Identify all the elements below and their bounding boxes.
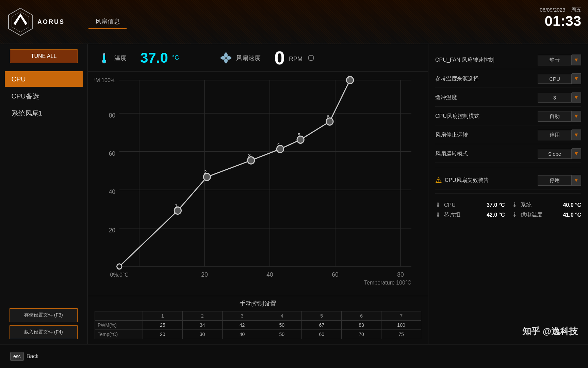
point-2-header: 2 <box>182 311 222 321</box>
point-7-header: 7 <box>381 311 421 321</box>
temp-val-2[interactable]: 30 <box>182 330 222 339</box>
pwm-val-6[interactable]: 83 <box>342 321 381 330</box>
buffer-temp-label: 缓冲温度 <box>435 94 538 101</box>
svg-text:3: 3 <box>248 153 251 158</box>
setting-row-fan-mode: 风扇运转模式 Slope ▼ <box>435 145 581 163</box>
svg-text:4: 4 <box>277 141 280 147</box>
watermark: 知乎 @逸科技 <box>522 325 578 337</box>
cpu-fan-control-label: CPU_FAN 风扇转速控制 <box>435 57 538 64</box>
temp-source-arrow[interactable]: ▼ <box>572 73 581 84</box>
fan-control-mode-arrow[interactable]: ▼ <box>572 111 581 122</box>
cpu-temp-value: 37.0 °C <box>487 202 505 208</box>
load-settings-button[interactable]: 载入设置文件 (F4) <box>10 325 78 339</box>
control-table: 1 2 3 4 5 6 7 PWM(%) 25 34 42 <box>95 311 421 339</box>
sidebar-item-cpu-backup[interactable]: CPU备选 <box>5 88 83 104</box>
pwm-val-1[interactable]: 25 <box>143 321 182 330</box>
fan-stop-value: 停用 <box>538 130 572 140</box>
chipset-temp-reading: 🌡 芯片组 42.0 °C <box>435 211 505 218</box>
temp-val-7[interactable]: 75 <box>381 330 421 339</box>
temp-val-5[interactable]: 60 <box>302 330 342 339</box>
svg-text:2: 2 <box>204 169 207 175</box>
nav-tab-fan-info[interactable]: 风扇信息 <box>88 15 127 29</box>
fan-rpm-unit: RPM <box>289 56 303 63</box>
pwm-val-5[interactable]: 67 <box>302 321 342 330</box>
temp-val-3[interactable]: 40 <box>222 330 262 339</box>
svg-point-36 <box>117 264 122 269</box>
cpu-temp-icon: 🌡 <box>435 201 441 209</box>
pwm-row: PWM(%) 25 34 42 50 67 83 100 <box>95 321 421 330</box>
temp-source-value: CPU <box>538 74 572 84</box>
sidebar-item-sys-fan1[interactable]: 系统风扇1 <box>5 105 83 121</box>
fan-mode-select[interactable]: Slope ▼ <box>538 148 581 159</box>
pwm-val-4[interactable]: 50 <box>262 321 302 330</box>
cpu-fan-control-arrow[interactable]: ▼ <box>572 55 581 65</box>
settings-divider-1 <box>435 167 581 167</box>
warning-select[interactable]: 停用 ▼ <box>538 175 581 186</box>
back-button[interactable]: esc Back <box>10 352 38 361</box>
temp-row: Temp(°C) 20 30 40 50 60 70 75 <box>95 330 421 339</box>
fan-control-mode-select[interactable]: 自动 ▼ <box>538 111 581 122</box>
fan-icon <box>220 52 232 64</box>
sys-temp-label: 系统 <box>521 201 560 209</box>
aorus-logo-icon <box>7 6 34 37</box>
point-1-header: 1 <box>143 311 182 321</box>
temp-source-select[interactable]: CPU ▼ <box>538 73 581 84</box>
temp-value-display: 37.0 °C <box>140 51 179 65</box>
svg-rect-13 <box>95 75 421 292</box>
sys-temp-reading: 🌡 系统 40.0 °C <box>512 201 582 209</box>
fan-control-mode-label: CPU风扇控制模式 <box>435 113 538 120</box>
temp-val-4[interactable]: 50 <box>262 330 302 339</box>
fan-stop-select[interactable]: 停用 ▼ <box>538 129 581 140</box>
point-6-header: 6 <box>342 311 381 321</box>
fan-curve-chart-area[interactable]: PWM 100% 80 60 40 20 0%,0°C 20 40 60 80 … <box>88 72 428 296</box>
thermometer-icon <box>98 52 110 64</box>
bottom-bar: esc Back <box>0 344 588 368</box>
temp-val-6[interactable]: 70 <box>342 330 381 339</box>
esc-key: esc <box>10 352 24 361</box>
svg-text:80: 80 <box>397 271 404 278</box>
fan-control-mode-value: 自动 <box>538 111 572 122</box>
svg-text:7: 7 <box>347 75 350 80</box>
pwr-temp-icon: 🌡 <box>512 211 518 218</box>
settings-divider-2 <box>435 194 581 194</box>
logo-area: AORUS <box>0 1 88 42</box>
save-settings-button[interactable]: 存储设置文件 (F3) <box>10 308 78 322</box>
setting-row-cpu-fan-control: CPU_FAN 风扇转速控制 静音 ▼ <box>435 51 581 69</box>
pwm-val-2[interactable]: 34 <box>182 321 222 330</box>
buffer-temp-select[interactable]: 3 ▼ <box>538 92 581 103</box>
buffer-temp-arrow[interactable]: ▼ <box>572 92 581 103</box>
warning-row: ⚠ CPU风扇失效警告 停用 ▼ <box>435 171 581 189</box>
logo-text: AORUS <box>37 18 65 26</box>
temp-label: 温度 <box>114 54 127 62</box>
point-3-header: 3 <box>222 311 262 321</box>
pwm-val-7[interactable]: 100 <box>381 321 421 330</box>
setting-row-fan-control-mode: CPU风扇控制模式 自动 ▼ <box>435 107 581 125</box>
svg-text:1: 1 <box>175 203 178 209</box>
svg-text:5: 5 <box>297 132 300 137</box>
temp-row-label: Temp(°C) <box>95 330 143 339</box>
fan-mode-arrow[interactable]: ▼ <box>572 148 581 159</box>
temp-val-1[interactable]: 20 <box>143 330 182 339</box>
fan-stop-arrow[interactable]: ▼ <box>572 129 581 140</box>
sidebar-item-cpu[interactable]: CPU <box>5 71 83 87</box>
warning-arrow[interactable]: ▼ <box>572 175 581 186</box>
sys-temp-value: 40.0 °C <box>563 202 581 208</box>
time-display: 01:33 <box>540 14 581 28</box>
temp-value: 37.0 <box>140 51 168 65</box>
main-content: 温度 37.0 °C 风扇速度 0 <box>88 44 588 344</box>
point-header <box>95 311 143 321</box>
chipset-temp-label: 芯片组 <box>444 211 484 218</box>
pwm-val-3[interactable]: 42 <box>222 321 262 330</box>
svg-text:PWM 100%: PWM 100% <box>95 77 115 83</box>
warning-label: CPU风扇失效警告 <box>445 177 538 184</box>
temperature-display: 温度 <box>98 52 127 64</box>
tune-all-button[interactable]: TUNE ALL <box>10 49 78 63</box>
fan-stop-label: 风扇停止运转 <box>435 132 538 139</box>
svg-text:6: 6 <box>327 114 329 119</box>
svg-point-12 <box>225 57 227 59</box>
date-display: 06/09/2023 周五 <box>540 7 581 13</box>
svg-text:0%,0°C: 0%,0°C <box>110 272 129 278</box>
cpu-fan-control-select[interactable]: 静音 ▼ <box>538 55 581 65</box>
svg-text:80: 80 <box>109 112 115 119</box>
sidebar-bottom: 存储设置文件 (F3) 载入设置文件 (F4) <box>0 303 88 344</box>
